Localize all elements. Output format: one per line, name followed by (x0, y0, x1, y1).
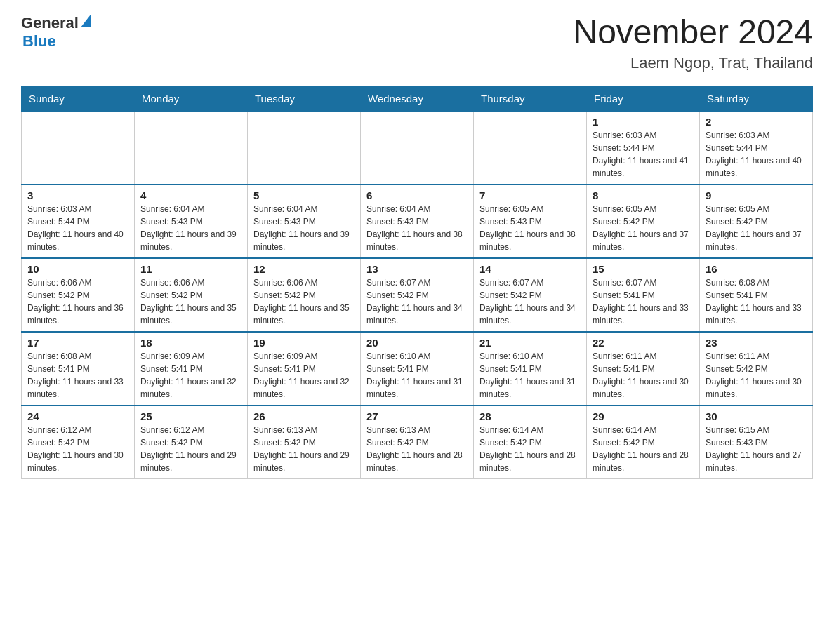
calendar-cell: 22Sunrise: 6:11 AMSunset: 5:41 PMDayligh… (587, 332, 700, 405)
day-info: Sunrise: 6:05 AMSunset: 5:42 PMDaylight:… (706, 203, 807, 253)
calendar-cell: 5Sunrise: 6:04 AMSunset: 5:43 PMDaylight… (248, 185, 361, 258)
calendar-cell: 20Sunrise: 6:10 AMSunset: 5:41 PMDayligh… (361, 332, 474, 405)
day-info: Sunrise: 6:07 AMSunset: 5:42 PMDaylight:… (366, 276, 468, 327)
day-number: 6 (366, 189, 468, 201)
day-info: Sunrise: 6:06 AMSunset: 5:42 PMDaylight:… (140, 276, 241, 327)
day-info: Sunrise: 6:04 AMSunset: 5:43 PMDaylight:… (140, 203, 241, 253)
day-info: Sunrise: 6:14 AMSunset: 5:42 PMDaylight:… (593, 424, 694, 474)
logo-blue-text: Blue (22, 32, 56, 51)
calendar-cell: 30Sunrise: 6:15 AMSunset: 5:43 PMDayligh… (700, 405, 813, 479)
calendar-week-row: 17Sunrise: 6:08 AMSunset: 5:41 PMDayligh… (22, 332, 813, 405)
calendar-cell (22, 111, 135, 185)
calendar-table: SundayMondayTuesdayWednesdayThursdayFrid… (21, 86, 813, 479)
logo-general-text: General (21, 14, 79, 32)
day-number: 16 (706, 263, 807, 275)
calendar-cell: 18Sunrise: 6:09 AMSunset: 5:41 PMDayligh… (135, 332, 248, 405)
day-number: 3 (27, 189, 128, 201)
logo-triangle-icon (81, 15, 91, 27)
weekday-header-friday: Friday (587, 86, 700, 111)
day-number: 28 (479, 410, 581, 422)
main-title: November 2024 (573, 14, 813, 51)
weekday-header-thursday: Thursday (474, 86, 587, 111)
day-info: Sunrise: 6:03 AMSunset: 5:44 PMDaylight:… (593, 129, 694, 180)
day-info: Sunrise: 6:10 AMSunset: 5:41 PMDaylight:… (366, 350, 468, 401)
calendar-cell: 26Sunrise: 6:13 AMSunset: 5:42 PMDayligh… (248, 405, 361, 479)
day-number: 8 (593, 189, 694, 201)
day-number: 12 (253, 263, 355, 275)
day-info: Sunrise: 6:06 AMSunset: 5:42 PMDaylight:… (27, 276, 128, 327)
day-info: Sunrise: 6:11 AMSunset: 5:42 PMDaylight:… (706, 350, 807, 401)
weekday-header-wednesday: Wednesday (361, 86, 474, 111)
day-info: Sunrise: 6:03 AMSunset: 5:44 PMDaylight:… (706, 129, 807, 180)
day-number: 19 (253, 337, 355, 349)
day-number: 18 (140, 337, 241, 349)
day-info: Sunrise: 6:03 AMSunset: 5:44 PMDaylight:… (27, 203, 128, 253)
day-number: 17 (27, 337, 128, 349)
day-info: Sunrise: 6:13 AMSunset: 5:42 PMDaylight:… (253, 424, 355, 474)
calendar-cell: 19Sunrise: 6:09 AMSunset: 5:41 PMDayligh… (248, 332, 361, 405)
calendar-cell: 3Sunrise: 6:03 AMSunset: 5:44 PMDaylight… (22, 185, 135, 258)
calendar-cell: 17Sunrise: 6:08 AMSunset: 5:41 PMDayligh… (22, 332, 135, 405)
day-info: Sunrise: 6:04 AMSunset: 5:43 PMDaylight:… (253, 203, 355, 253)
calendar-cell: 7Sunrise: 6:05 AMSunset: 5:43 PMDaylight… (474, 185, 587, 258)
calendar-cell: 13Sunrise: 6:07 AMSunset: 5:42 PMDayligh… (361, 258, 474, 332)
day-number: 27 (366, 410, 468, 422)
day-info: Sunrise: 6:14 AMSunset: 5:42 PMDaylight:… (479, 424, 581, 474)
day-info: Sunrise: 6:12 AMSunset: 5:42 PMDaylight:… (140, 424, 241, 474)
calendar-cell: 21Sunrise: 6:10 AMSunset: 5:41 PMDayligh… (474, 332, 587, 405)
day-number: 22 (593, 337, 694, 349)
calendar-cell: 10Sunrise: 6:06 AMSunset: 5:42 PMDayligh… (22, 258, 135, 332)
day-info: Sunrise: 6:06 AMSunset: 5:42 PMDaylight:… (253, 276, 355, 327)
calendar-cell: 6Sunrise: 6:04 AMSunset: 5:43 PMDaylight… (361, 185, 474, 258)
logo: General Blue (21, 14, 91, 51)
calendar-cell: 2Sunrise: 6:03 AMSunset: 5:44 PMDaylight… (700, 111, 813, 185)
calendar-cell: 23Sunrise: 6:11 AMSunset: 5:42 PMDayligh… (700, 332, 813, 405)
day-info: Sunrise: 6:07 AMSunset: 5:42 PMDaylight:… (479, 276, 581, 327)
calendar-cell: 29Sunrise: 6:14 AMSunset: 5:42 PMDayligh… (587, 405, 700, 479)
calendar-cell: 1Sunrise: 6:03 AMSunset: 5:44 PMDaylight… (587, 111, 700, 185)
day-info: Sunrise: 6:05 AMSunset: 5:42 PMDaylight:… (593, 203, 694, 253)
day-info: Sunrise: 6:08 AMSunset: 5:41 PMDaylight:… (706, 276, 807, 327)
calendar-cell: 14Sunrise: 6:07 AMSunset: 5:42 PMDayligh… (474, 258, 587, 332)
day-number: 11 (140, 263, 241, 275)
day-number: 29 (593, 410, 694, 422)
day-number: 14 (479, 263, 581, 275)
day-number: 10 (27, 263, 128, 275)
calendar-week-row: 3Sunrise: 6:03 AMSunset: 5:44 PMDaylight… (22, 185, 813, 258)
day-info: Sunrise: 6:07 AMSunset: 5:41 PMDaylight:… (593, 276, 694, 327)
calendar-cell: 28Sunrise: 6:14 AMSunset: 5:42 PMDayligh… (474, 405, 587, 479)
subtitle: Laem Ngop, Trat, Thailand (573, 54, 813, 72)
calendar-cell (135, 111, 248, 185)
day-number: 2 (706, 116, 807, 128)
calendar-cell: 11Sunrise: 6:06 AMSunset: 5:42 PMDayligh… (135, 258, 248, 332)
calendar-cell (248, 111, 361, 185)
calendar-cell: 8Sunrise: 6:05 AMSunset: 5:42 PMDaylight… (587, 185, 700, 258)
day-number: 9 (706, 189, 807, 201)
day-number: 20 (366, 337, 468, 349)
day-number: 15 (593, 263, 694, 275)
day-info: Sunrise: 6:12 AMSunset: 5:42 PMDaylight:… (27, 424, 128, 474)
day-number: 5 (253, 189, 355, 201)
calendar-week-row: 24Sunrise: 6:12 AMSunset: 5:42 PMDayligh… (22, 405, 813, 479)
day-number: 25 (140, 410, 241, 422)
day-number: 13 (366, 263, 468, 275)
weekday-header-sunday: Sunday (22, 86, 135, 111)
weekday-header-saturday: Saturday (700, 86, 813, 111)
calendar-cell: 12Sunrise: 6:06 AMSunset: 5:42 PMDayligh… (248, 258, 361, 332)
weekday-header-monday: Monday (135, 86, 248, 111)
calendar-cell: 25Sunrise: 6:12 AMSunset: 5:42 PMDayligh… (135, 405, 248, 479)
day-number: 26 (253, 410, 355, 422)
day-info: Sunrise: 6:10 AMSunset: 5:41 PMDaylight:… (479, 350, 581, 401)
calendar-cell: 27Sunrise: 6:13 AMSunset: 5:42 PMDayligh… (361, 405, 474, 479)
day-number: 4 (140, 189, 241, 201)
calendar-week-row: 1Sunrise: 6:03 AMSunset: 5:44 PMDaylight… (22, 111, 813, 185)
calendar-cell: 15Sunrise: 6:07 AMSunset: 5:41 PMDayligh… (587, 258, 700, 332)
day-number: 24 (27, 410, 128, 422)
calendar-cell: 4Sunrise: 6:04 AMSunset: 5:43 PMDaylight… (135, 185, 248, 258)
day-info: Sunrise: 6:15 AMSunset: 5:43 PMDaylight:… (706, 424, 807, 474)
day-number: 30 (706, 410, 807, 422)
day-info: Sunrise: 6:08 AMSunset: 5:41 PMDaylight:… (27, 350, 128, 401)
day-info: Sunrise: 6:13 AMSunset: 5:42 PMDaylight:… (366, 424, 468, 474)
day-info: Sunrise: 6:11 AMSunset: 5:41 PMDaylight:… (593, 350, 694, 401)
day-info: Sunrise: 6:04 AMSunset: 5:43 PMDaylight:… (366, 203, 468, 253)
